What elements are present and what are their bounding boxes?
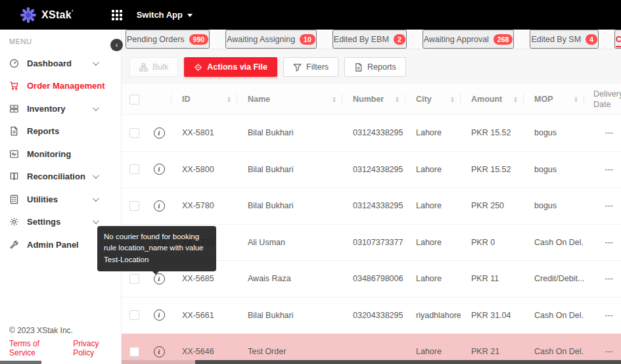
- bulk-button[interactable]: Bulk: [129, 57, 178, 77]
- cell-id: XX-5685: [172, 274, 237, 283]
- cell-name: Bilal Bukhari: [237, 128, 342, 137]
- status-tab[interactable]: Edited By EBM 2: [333, 30, 407, 49]
- terms-of-service-link[interactable]: Terms of Service: [9, 339, 66, 357]
- target-icon: [194, 63, 202, 72]
- sort-icon[interactable]: ▲▼: [450, 96, 455, 103]
- sort-icon[interactable]: ▲▼: [513, 96, 518, 103]
- table-row[interactable]: i XX-5800 Bilal Bukhari 03124338295 Laho…: [122, 152, 621, 189]
- row-checkbox[interactable]: [129, 274, 139, 284]
- info-column-header: [147, 84, 172, 114]
- app-launcher-grid-icon[interactable]: [112, 10, 122, 20]
- inventory-icon: [9, 103, 20, 114]
- filters-button[interactable]: Filters: [283, 57, 338, 77]
- sidebar-item-label: Reports: [27, 126, 59, 136]
- switch-app-button[interactable]: Switch App: [137, 10, 193, 20]
- cell-delivery-date: ---: [584, 165, 621, 174]
- app-window: XStak Switch App MENU Dashboard Orde: [0, 0, 621, 364]
- sidebar-item[interactable]: Monitoring: [0, 143, 121, 166]
- sidebar-item[interactable]: Order Management: [0, 75, 121, 98]
- row-checkbox[interactable]: [129, 347, 139, 357]
- sidebar-item-label: Monitoring: [27, 149, 71, 159]
- reports-button[interactable]: Reports: [344, 57, 406, 77]
- info-icon[interactable]: i: [154, 200, 165, 212]
- cell-amount: PKR 11: [461, 274, 524, 283]
- cell-name: Bilal Bukhari: [237, 201, 342, 210]
- sidebar-collapse-button[interactable]: ‹: [110, 39, 123, 51]
- column-header-mop: MOP ▲▼: [524, 84, 584, 114]
- tab-count-badge: 10: [300, 34, 315, 45]
- sort-icon[interactable]: ▲▼: [395, 96, 400, 103]
- cell-mop: Credit/Debit...: [524, 274, 584, 283]
- cell-number: 03486798006: [342, 274, 405, 283]
- status-tab[interactable]: Courier Booking 8: [614, 30, 621, 49]
- row-checkbox[interactable]: [129, 310, 139, 320]
- reports-label: Reports: [367, 62, 396, 72]
- menu-label: MENU: [0, 30, 121, 52]
- window-edge-bar: [0, 361, 41, 364]
- cell-amount: PKR 21: [461, 347, 524, 356]
- table-row[interactable]: i XX-5801 Bilal Bukhari 03124338295 Laho…: [122, 115, 621, 152]
- status-tab[interactable]: Awaiting Assigning 10: [225, 30, 317, 49]
- tab-count-badge: 268: [494, 34, 513, 45]
- status-tab[interactable]: Awaiting Approval 268: [423, 30, 515, 49]
- cell-number: 03107373377: [342, 238, 405, 247]
- cell-name: Ali Usman: [237, 238, 342, 247]
- sidebar-item[interactable]: Reconciliation: [0, 166, 121, 189]
- bulk-label: Bulk: [152, 62, 168, 72]
- tab-label: Edited By EBM: [334, 35, 389, 44]
- sidebar-item[interactable]: Dashboard: [0, 52, 121, 75]
- select-all-checkbox[interactable]: [129, 95, 139, 104]
- cell-number: 03124338295: [342, 201, 405, 210]
- info-icon[interactable]: i: [154, 127, 165, 139]
- status-tab[interactable]: Edited By SM 4: [530, 30, 599, 49]
- cell-amount: PKR 15.52: [461, 165, 524, 174]
- sort-icon[interactable]: ▲▼: [332, 96, 336, 103]
- admin-icon: [9, 239, 20, 250]
- chevron-down-icon: [187, 14, 193, 17]
- table-row[interactable]: i XX-5661 Bilal Bukhari 03204338295 riya…: [122, 298, 621, 334]
- horizontal-scrollbar-thumb[interactable]: [195, 360, 621, 364]
- sitemap-icon: [139, 63, 148, 72]
- column-header-name: Name ▲▼: [237, 84, 342, 114]
- cell-mop: Cash On Del...: [524, 238, 584, 247]
- row-checkbox[interactable]: [129, 201, 139, 211]
- actions-via-file-button[interactable]: Actions via File: [184, 57, 277, 77]
- sidebar-item[interactable]: Inventory: [0, 97, 121, 120]
- info-icon[interactable]: i: [154, 164, 165, 175]
- table-row[interactable]: i XX-5780 Bilal Bukhari 03124338295 Laho…: [122, 188, 621, 225]
- sidebar-item-label: Inventory: [27, 104, 66, 114]
- filters-label: Filters: [306, 62, 329, 72]
- sidebar: MENU Dashboard Order Management Inventor…: [0, 30, 122, 364]
- status-tab[interactable]: Pending Orders 990: [126, 30, 210, 49]
- tab-label: Awaiting Approval: [424, 35, 489, 44]
- cell-city: Lahore: [405, 128, 461, 137]
- privacy-policy-link[interactable]: Privacy Policy: [73, 339, 121, 357]
- main-panel: Pending Orders 990 Awaiting Assigning 10…: [122, 30, 621, 364]
- utilities-icon: [9, 194, 20, 204]
- column-header-number: Number ▲▼: [342, 84, 405, 114]
- info-icon[interactable]: i: [154, 309, 165, 321]
- filter-funnel-icon: [293, 63, 302, 72]
- row-checkbox[interactable]: [129, 164, 139, 174]
- sort-icon[interactable]: ▲▼: [227, 96, 231, 103]
- table-header-row: ID ▲▼ Name ▲▼ Number ▲▼ City ▲▼: [122, 84, 621, 115]
- cell-id: XX-5646: [172, 347, 237, 356]
- chevron-down-icon: [93, 195, 99, 202]
- cell-city: Lahore: [405, 238, 461, 247]
- row-checkbox[interactable]: [129, 128, 139, 138]
- sidebar-item[interactable]: Utilities: [0, 188, 121, 211]
- cell-amount: PKR 15.52: [461, 128, 524, 137]
- status-tabs: Pending Orders 990 Awaiting Assigning 10…: [122, 30, 621, 49]
- sidebar-footer: © 2023 XStak Inc. Terms of Service Priva…: [9, 326, 121, 357]
- sort-icon[interactable]: ▲▼: [574, 96, 578, 103]
- cell-delivery-date: ---: [584, 274, 621, 283]
- sidebar-item[interactable]: Reports: [0, 120, 121, 143]
- cell-delivery-date: ---: [584, 201, 621, 210]
- info-icon[interactable]: i: [154, 346, 165, 357]
- cell-id: XX-5801: [172, 128, 237, 137]
- cell-id: XX-5800: [172, 165, 237, 174]
- column-header-amount: Amount ▲▼: [461, 84, 524, 114]
- cell-name: Bilal Bukhari: [237, 311, 342, 320]
- cell-amount: PKR 31.04: [461, 311, 524, 320]
- switch-app-label: Switch App: [137, 10, 183, 20]
